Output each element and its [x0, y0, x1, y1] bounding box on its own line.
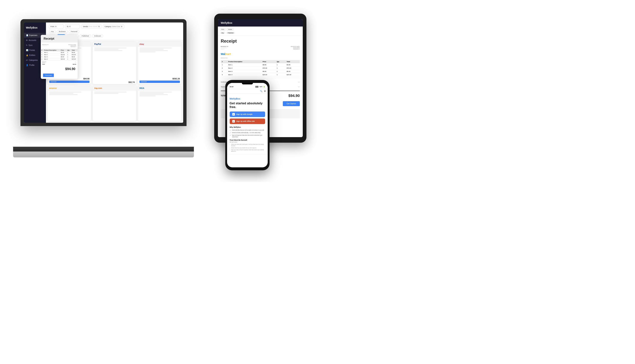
- sync-icon: ↻: [26, 44, 28, 46]
- phone-feature-1: ✓ Automatically discover all receipts & …: [230, 129, 265, 131]
- table-row: 1Item 1$9.901$4.90: [221, 63, 300, 66]
- laptop-foot: [13, 152, 194, 158]
- tablet-published-btn[interactable]: Published: [226, 32, 235, 34]
- phone-notch: [242, 83, 253, 84]
- office-icon: O: [232, 120, 235, 122]
- table-row: 4Item 4$15.001$15.00: [221, 73, 300, 76]
- table-row: 4Item 4$15.001$15.00: [41, 58, 78, 60]
- tablet-logo: WellyBox: [221, 22, 300, 24]
- accounts-icon: ⚙: [26, 39, 28, 41]
- to-clear-btn[interactable]: ✕: [69, 26, 71, 28]
- sidebar-logo: WellyBox: [24, 26, 46, 33]
- phone-screen: 10:10 ▌▌▌ WiFi 🔋 🔍 ☰ WellyBox Get starte…: [227, 83, 268, 167]
- phone-trust-2: • Extract data from any emails that you …: [230, 147, 265, 149]
- categories-icon: 🏷: [26, 59, 28, 61]
- tablet-receipt-table: #Product DescriptionPriceQtyTotal 1Item …: [221, 60, 300, 76]
- table-row: 2Item 2$70.001$70.00: [221, 66, 300, 70]
- tablet-vendor-input[interactable]: Vendor: [227, 28, 233, 31]
- receipt-card-ing[interactable]: ing.com: [93, 86, 136, 121]
- phone-office-signup-btn[interactable]: O Sign Up with Office 365: [230, 118, 265, 124]
- receipt-card-ebay[interactable]: ebay $592.28 Down: [138, 42, 181, 84]
- featured-receipt: Receipt INVOICE TO░░░░░░ INVOICE DATEDUE…: [41, 35, 78, 79]
- phone-app-header: WellyBox Get started absolutely free. G …: [227, 94, 268, 155]
- tablet-from-input[interactable]: From: [220, 28, 226, 31]
- tablet-filter-row: From Vendor: [220, 28, 300, 31]
- status-published-btn[interactable]: Published: [80, 34, 91, 38]
- ikea-card-body: [138, 90, 181, 121]
- download-btn-ebay[interactable]: Download: [139, 80, 180, 83]
- phone-search-bar: 🔍 ☰: [227, 89, 268, 94]
- phone-headline: Get started absolutely free.: [230, 102, 265, 109]
- ing-card-body: [93, 90, 136, 121]
- bullet-icon-1: •: [230, 144, 230, 145]
- table-row: 3Item 3$5.001$5.00: [221, 70, 300, 73]
- phone-trust-subtitle: We will never:: [230, 141, 265, 143]
- status-irrelevant-btn[interactable]: Irrelevant: [92, 34, 103, 38]
- featured-receipt-totals: Subtotal— Taxes— Total$94.90: [41, 60, 78, 66]
- search-icon[interactable]: 🔍: [260, 90, 262, 92]
- tablet-brand-info: BRANDING: [221, 57, 300, 58]
- bullet-icon-2: •: [230, 147, 230, 148]
- tag-business-btn[interactable]: Business: [57, 30, 68, 33]
- vendor-label: Vendor: [83, 26, 88, 28]
- check-icon-1: ✓: [230, 130, 231, 131]
- receipt-card-paypal[interactable]: PayPal $92.74: [93, 42, 136, 84]
- featured-receipt-table: #Product DescriptionPriceQtyTotal 1Item …: [41, 49, 78, 60]
- receipt-card-amazon[interactable]: amazon: [48, 86, 91, 121]
- check-icon-3: ✓: [230, 134, 231, 136]
- tablet-filter-bar: From Vendor Any Published: [218, 26, 303, 36]
- tag-personal-btn[interactable]: Personal: [69, 30, 80, 33]
- phone-trust-3: • Sync your data or hand it anywhere oth…: [230, 149, 265, 152]
- featured-receipt-header: Receipt: [41, 35, 78, 42]
- vendor-clear-btn[interactable]: ✕: [98, 26, 100, 28]
- featured-receipt-amount: $94.90: [41, 66, 78, 72]
- phone-feature-2: ✓ Extract all data automatically - no mo…: [230, 132, 265, 134]
- phone-battery-icon: 🔋: [263, 86, 265, 88]
- download-btn-receipt[interactable]: Download: [49, 80, 90, 83]
- to-input[interactable]: To ✕: [65, 25, 80, 28]
- phone-outer: 10:10 ▌▌▌ WiFi 🔋 🔍 ☰ WellyBox Get starte…: [225, 80, 269, 170]
- ikea-card-header: IKEA: [138, 86, 181, 90]
- featured-receipt-meta: INVOICE TO░░░░░░ INVOICE DATEDUE DATEINV…: [41, 42, 78, 49]
- phone-google-signup-btn[interactable]: G Sign Up with Google: [230, 112, 265, 117]
- portals-icon: 📊: [26, 49, 28, 51]
- google-icon: G: [232, 113, 235, 116]
- table-row: 3Item 3$5.001$5.00: [41, 56, 78, 58]
- tablet-receipt-title: Receipt: [221, 38, 300, 44]
- amazon-card-header: amazon: [48, 86, 91, 90]
- tablet-vendor-logo: Walmart: [221, 52, 300, 56]
- tablet-status-row: Any Published: [220, 32, 300, 34]
- scene: WellyBox 🧾 Expenses ⚙ Accounts ↻ Sync: [11, 8, 306, 174]
- paypal-card-header: PayPal: [93, 42, 136, 46]
- menu-icon[interactable]: ☰: [264, 90, 266, 92]
- from-input[interactable]: From ✕: [49, 25, 64, 28]
- phone-why-title: Why Wellybox: [230, 126, 265, 128]
- from-clear-btn[interactable]: ✕: [55, 26, 57, 28]
- amazon-card-body: [48, 90, 91, 121]
- category-input[interactable]: Category Select One ✕: [103, 25, 124, 28]
- category-clear-btn[interactable]: ✕: [121, 26, 123, 28]
- phone-trust-title: Trust Must Be Earned!: [230, 139, 265, 141]
- tablet-cta-btn[interactable]: Get Started: [283, 101, 299, 106]
- featured-receipt-download-btn[interactable]: Download: [43, 74, 54, 77]
- tag-any-btn[interactable]: Any: [49, 30, 56, 33]
- tablet-receipt-meta: INVOICE TO ░░░░░░░░░░░ INVOICE DATE DUE …: [221, 46, 300, 50]
- tablet-header: WellyBox: [218, 19, 303, 26]
- tablet-any-btn[interactable]: Any: [220, 32, 225, 34]
- profile-icon: 👤: [26, 64, 28, 66]
- bullet-icon-3: •: [230, 149, 230, 150]
- ebay-card-header: ebay: [138, 42, 181, 46]
- filter-row-1: From ✕ To ✕ Vendor Enter Vendor ✕: [49, 25, 180, 28]
- vendor-input[interactable]: Vendor Enter Vendor ✕: [81, 25, 102, 28]
- receipt-card-ikea[interactable]: IKEA: [138, 86, 181, 121]
- table-row: 1Item 1$9.901$4.90: [41, 52, 78, 54]
- tag-filter-group: Any Business Personal: [49, 30, 180, 33]
- paypal-card-body: [93, 46, 136, 80]
- phone: 10:10 ▌▌▌ WiFi 🔋 🔍 ☰ WellyBox Get starte…: [225, 80, 269, 170]
- ing-card-header: ing.com: [93, 86, 136, 90]
- table-row: 2Item 2$10.001$70.00: [41, 54, 78, 56]
- laptop-base: [13, 147, 194, 152]
- phone-logo: WellyBox: [230, 97, 265, 100]
- phone-wifi-icon: WiFi: [259, 86, 262, 88]
- featured-receipt-title: Receipt: [44, 37, 75, 40]
